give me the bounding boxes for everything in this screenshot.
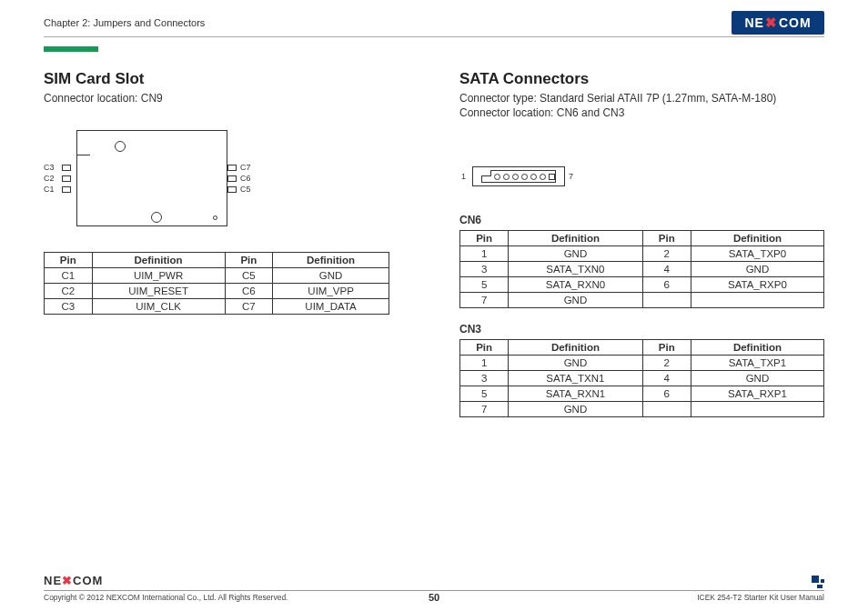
sim-title: SIM Card Slot [44,70,409,88]
manual-title: ICEK 254-T2 Starter Kit User Manual [697,593,824,602]
sata-type: Connector type: Standard Serial ATAII 7P… [459,92,824,105]
sim-diagram: C3 C2 C1 C7 C6 C5 [44,130,253,230]
table-row: C2 UIM_RESET C6 UIM_VPP [45,284,389,299]
table-row: C1 UIM_PWR C5 GND [45,268,389,284]
th-pin: Pin [225,253,273,268]
brand-logo: NE✖COM [732,11,824,35]
cn6-title: CN6 [459,214,824,226]
sata-section: SATA Connectors Connector type: Standard… [459,70,824,432]
sata-pin1-label: 1 [461,172,466,181]
table-row: 7GND [460,402,824,417]
th-def: Definition [273,253,389,268]
cn3-title: CN3 [459,323,824,336]
table-row: 1GND2SATA_TXP1 [460,356,824,371]
table-row: 5SATA_RXN06SATA_RXP0 [460,277,824,293]
table-row: 3SATA_TXN14GND [460,371,824,386]
page-number: 50 [429,592,439,603]
pin-label-c7: C7 [240,163,251,172]
th-pin: Pin [45,253,93,268]
cn3-pin-table: Pin Definition Pin Definition 1GND2SATA_… [459,339,824,417]
sata-diagram: 1 7 [459,165,587,188]
table-row: 3SATA_TXN04GND [460,262,824,277]
sata-pin7-label: 7 [569,172,573,181]
table-row: 7GND [460,293,824,308]
pin-label-c5: C5 [240,185,251,194]
chapter-title: Chapter 2: Jumpers and Connectors [44,17,205,28]
table-row: 1GND2SATA_TXP0 [460,246,824,262]
sim-section: SIM Card Slot Connector location: CN9 C3… [44,70,409,432]
table-row: C3 UIM_CLK C7 UIM_DATA [45,299,389,315]
pin-label-c1: C1 [44,185,55,194]
pin-label-c2: C2 [44,174,55,183]
accent-bar [44,46,98,52]
table-row: 5SATA_RXN16SATA_RXP1 [460,386,824,402]
copyright-text: Copyright © 2012 NEXCOM International Co… [44,593,288,602]
sim-location: Connector location: CN9 [44,92,409,105]
sata-title: SATA Connectors [459,70,824,88]
sata-location: Connector location: CN6 and CN3 [459,106,824,119]
footer-brand-logo: NE✖COM [44,574,103,587]
pin-label-c3: C3 [44,163,55,172]
cn6-pin-table: Pin Definition Pin Definition 1GND2SATA_… [459,230,824,308]
th-def: Definition [92,253,225,268]
pin-label-c6: C6 [240,174,251,183]
footer-squares-icon [812,576,824,588]
sim-pin-table: Pin Definition Pin Definition C1 UIM_PWR… [44,252,389,315]
